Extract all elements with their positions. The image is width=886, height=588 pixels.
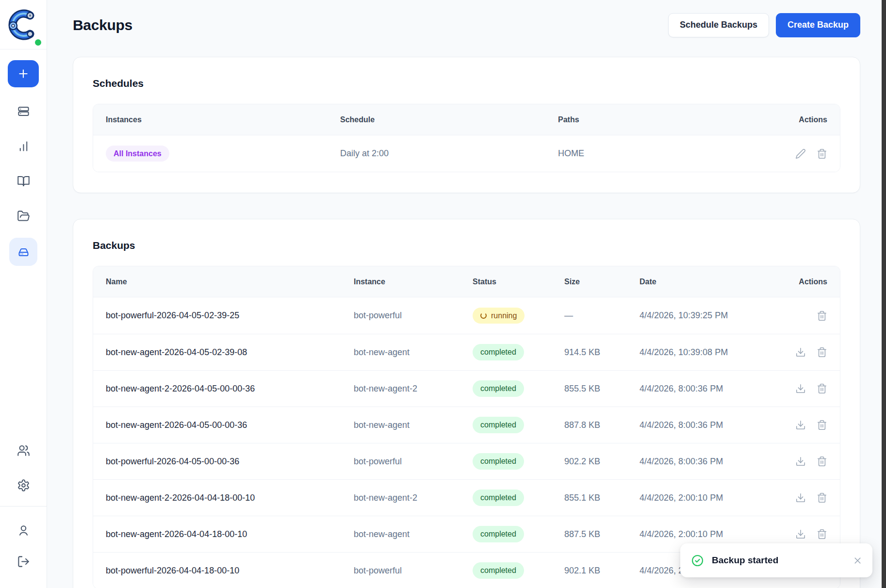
page-title: Backups [73,17,132,33]
col-header-size: Size [564,278,640,286]
paths-cell: HOME [558,148,759,159]
trash-icon [817,347,827,358]
backup-size: 914.5 KB [564,347,640,358]
status-badge-completed: completed [473,417,524,433]
create-backup-button[interactable]: Create Backup [776,13,860,37]
backup-name: bot-new-agent-2026-04-04-18-00-10 [106,529,354,539]
backup-size: 855.1 KB [564,493,640,503]
delete-schedule-button[interactable] [817,148,827,159]
backup-size: 902.2 KB [564,457,640,467]
backup-instance: bot-powerful [354,310,473,321]
backup-date: 4/4/2026, 2:00:10 PM [640,529,788,539]
download-backup-button[interactable] [795,456,806,467]
sidebar [0,0,47,588]
col-header-paths: Paths [558,115,759,124]
sidebar-item-logout[interactable] [13,551,33,572]
download-icon [795,456,806,467]
schedules-card: Schedules Instances Schedule Paths Actio… [73,57,860,193]
sidebar-item-docs[interactable] [13,171,33,191]
delete-backup-button[interactable] [817,529,827,539]
edit-schedule-button[interactable] [795,148,806,159]
download-icon [795,383,806,394]
status-badge-completed: completed [473,490,524,506]
col-header-actions: Actions [759,115,827,124]
app-logo [0,0,47,49]
col-header-name: Name [106,278,354,286]
status-badge-completed: completed [473,453,524,469]
delete-backup-button[interactable] [817,383,827,394]
right-edge-scrollbar [882,0,886,588]
delete-backup-button[interactable] [817,347,827,358]
backup-name: bot-new-agent-2026-04-05-02-39-08 [106,347,354,358]
delete-backup-button[interactable] [817,456,827,467]
schedule-backups-button[interactable]: Schedule Backups [668,13,769,37]
backup-size: 887.8 KB [564,420,640,430]
backups-card-title: Backups [93,240,840,251]
status-badge-completed: completed [473,526,524,542]
sidebar-item-files[interactable] [13,206,33,226]
sidebar-item-backups[interactable] [9,238,37,266]
toast-message: Backup started [712,555,845,566]
trash-icon [817,492,827,503]
download-backup-button[interactable] [795,529,806,539]
trash-icon [817,456,827,467]
backup-row: bot-new-agent-2026-04-05-00-00-36 bot-ne… [93,407,840,443]
schedules-table: Instances Schedule Paths Actions All Ins… [93,104,840,172]
download-backup-button[interactable] [795,347,806,358]
schedule-row: All Instances Daily at 2:00 HOME [93,135,840,172]
download-backup-button[interactable] [795,492,806,503]
col-header-date: Date [640,278,788,286]
robot-claw-logo-icon [8,9,39,40]
delete-backup-button[interactable] [817,420,827,430]
trash-icon [817,310,827,321]
plus-icon [17,67,30,80]
col-header-actions: Actions [788,278,827,286]
status-badge-running: running [473,308,525,324]
check-circle-icon [691,554,704,567]
col-header-status: Status [473,278,564,286]
logout-icon [17,555,30,568]
backup-row: bot-powerful-2026-04-05-00-00-36 bot-pow… [93,443,840,479]
backup-date: 4/4/2026, 8:00:36 PM [640,420,788,430]
download-backup-button[interactable] [795,383,806,394]
sidebar-item-users[interactable] [13,440,33,460]
schedules-table-header: Instances Schedule Paths Actions [93,104,840,135]
trash-icon [817,420,827,430]
col-header-schedule: Schedule [340,115,558,124]
sidebar-item-settings[interactable] [13,475,33,495]
user-icon [17,524,30,537]
sidebar-nav [9,101,37,266]
sidebar-item-instances[interactable] [13,101,33,121]
backup-name: bot-powerful-2026-04-04-18-00-10 [106,566,354,576]
toast-notification: Backup started [680,543,872,577]
book-open-icon [17,175,30,188]
toast-close-button[interactable] [853,555,863,566]
download-icon [795,347,806,358]
new-instance-button[interactable] [8,60,39,87]
delete-backup-button[interactable] [817,492,827,503]
pencil-icon [795,148,806,159]
backup-instance: bot-new-agent-2 [354,384,473,394]
sidebar-item-metrics[interactable] [13,136,33,156]
all-instances-badge: All Instances [106,146,169,162]
hard-drive-icon [17,245,30,259]
download-icon [795,420,806,430]
schedules-card-title: Schedules [93,78,840,89]
download-icon [795,492,806,503]
trash-icon [817,148,827,159]
sidebar-item-account[interactable] [13,520,33,540]
download-icon [795,529,806,539]
delete-backup-button[interactable] [817,310,827,321]
backup-instance: bot-powerful [354,566,473,576]
trash-icon [817,383,827,394]
sidebar-secondary-nav [13,440,33,495]
backup-date: 4/4/2026, 10:39:25 PM [640,310,788,321]
backup-date: 4/4/2026, 2:00:10 PM [640,493,788,503]
servers-icon [17,105,30,118]
col-header-instances: Instances [106,115,340,124]
download-backup-button[interactable] [795,420,806,430]
backup-name: bot-powerful-2026-04-05-00-00-36 [106,457,354,467]
backup-instance: bot-powerful [354,457,473,467]
backup-size: 855.5 KB [564,384,640,394]
backup-row: bot-new-agent-2026-04-05-02-39-08 bot-ne… [93,334,840,370]
